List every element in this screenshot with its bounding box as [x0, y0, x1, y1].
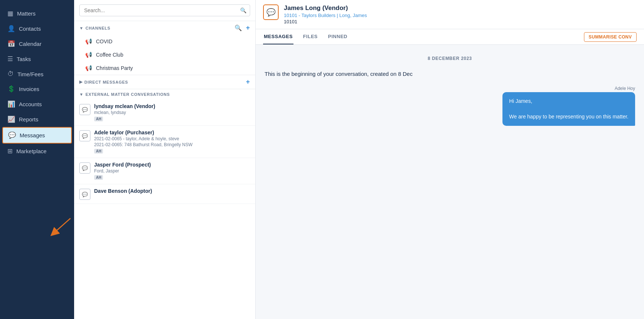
conversation-item[interactable]: 💬Adele taylor (Purchaser)2021-02-0065 - …: [74, 126, 255, 158]
sidebar-label-time-fees: Time/Fees: [17, 71, 43, 77]
messages-icon: 💬: [8, 131, 16, 139]
chevron-right-icon: ▶: [79, 80, 83, 84]
direct-messages-label: DIRECT MESSAGES: [84, 80, 128, 84]
sidebar-label-tasks: Tasks: [17, 56, 31, 62]
conversation-icon: 💬: [79, 104, 90, 115]
sidebar-item-tasks[interactable]: ☰Tasks: [0, 51, 74, 67]
dm-actions: +: [246, 78, 250, 86]
chat-line1: Hi James,: [509, 97, 628, 105]
sidebar-label-contacts: Contacts: [19, 26, 41, 32]
chat-bubble-wrapper: Adele Hoy Hi James, We are happy to be r…: [265, 86, 635, 126]
conversation-name: Jasper Ford (Prospect): [94, 162, 250, 168]
channel-name: Coffee Club: [96, 52, 123, 58]
search-bar: 🔍: [74, 0, 255, 21]
channels-label: CHANNELS: [86, 26, 110, 30]
chat-line2: We are happy to be representing you on t…: [509, 113, 628, 121]
sidebar-label-invoices: Invoices: [19, 86, 39, 92]
conversation-icon: 💬: [79, 130, 90, 141]
date-divider: 8 DECEMBER 2023: [265, 56, 635, 61]
conversation-item[interactable]: 💬lyndsay mclean (Vendor)mclean, lyndsayA…: [74, 100, 255, 126]
direct-messages-header[interactable]: ▶ DIRECT MESSAGES +: [74, 75, 255, 89]
message-header: 💬 James Long (Vendor) 10101 - Taylors Bu…: [256, 0, 644, 29]
right-panel: 💬 James Long (Vendor) 10101 - Taylors Bu…: [256, 0, 644, 319]
add-channel-icon[interactable]: +: [246, 24, 250, 32]
add-dm-icon[interactable]: +: [246, 78, 250, 86]
conversation-badge: AH: [94, 175, 103, 180]
message-area: 8 DECEMBER 2023 This is the beginning of…: [256, 45, 644, 319]
tab-files[interactable]: FILES: [302, 29, 318, 44]
accounts-icon: 📊: [7, 100, 15, 108]
channel-icon: 📢: [85, 38, 92, 45]
search-input[interactable]: [79, 4, 250, 16]
tab-pinned[interactable]: PINNED: [327, 29, 348, 44]
contacts-icon: 👤: [7, 25, 15, 33]
sidebar-label-matters: Matters: [17, 10, 36, 17]
time-fees-icon: ⏱: [7, 70, 14, 78]
sidebar-item-time-fees[interactable]: ⏱Time/Fees: [0, 67, 74, 81]
tab-messages[interactable]: MESSAGES: [263, 29, 293, 44]
conversation-name: Adele taylor (Purchaser): [94, 130, 250, 135]
sidebar-item-contacts[interactable]: 👤Contacts: [0, 21, 74, 36]
search-wrapper: 🔍: [79, 4, 250, 16]
sidebar-item-calendar[interactable]: 📅Calendar: [0, 36, 74, 51]
external-matter-header[interactable]: ▼ EXTERNAL MATTER CONVERSATIONS: [74, 89, 255, 100]
channels-section-header[interactable]: ▼ CHANNELS 🔍 +: [74, 21, 255, 35]
marketplace-icon: ⊞: [7, 147, 13, 155]
vendor-name: James Long (Vendor): [284, 4, 637, 12]
conversation-sub: Ford, Jasper: [94, 168, 250, 174]
conversation-icon: 💬: [79, 162, 90, 174]
channel-icon: 📢: [85, 51, 92, 58]
sidebar-label-marketplace: Marketplace: [16, 148, 47, 154]
channel-icon: 📢: [85, 65, 92, 71]
conversation-item[interactable]: 💬Jasper Ford (Prospect)Ford, JasperAH: [74, 158, 255, 184]
conversations-list: 💬lyndsay mclean (Vendor)mclean, lyndsayA…: [74, 100, 255, 319]
conversation-sub: mclean, lyndsay: [94, 110, 250, 115]
header-info: James Long (Vendor) 10101 - Taylors Buil…: [284, 4, 637, 24]
search-channels-icon[interactable]: 🔍: [235, 24, 242, 31]
chat-sender: Adele Hoy: [615, 86, 635, 91]
channels-list: 📢COVID📢Coffee Club📢Christmas Party: [74, 35, 255, 75]
conversation-badge: AH: [94, 117, 103, 121]
channel-item-christmas-party[interactable]: 📢Christmas Party: [74, 61, 255, 75]
conversation-name: Dave Benson (Adoptor): [94, 188, 250, 194]
ext-header-left: ▼ EXTERNAL MATTER CONVERSATIONS: [79, 92, 170, 97]
matters-icon: ▦: [7, 10, 13, 17]
conversation-badge: AH: [94, 149, 103, 154]
conversation-sub2: 2021-02-0065: 748 Bathurst Road, Bringel…: [94, 142, 250, 147]
sidebar-item-invoices[interactable]: 💲Invoices: [0, 81, 74, 97]
sidebar-label-reports: Reports: [19, 116, 39, 122]
channel-item-coffee-club[interactable]: 📢Coffee Club: [74, 48, 255, 61]
conversation-start-text: This is the beginning of your conversati…: [265, 71, 635, 77]
summarise-button[interactable]: SUMMARISE CONV: [584, 32, 637, 42]
sidebar-label-accounts: Accounts: [19, 101, 42, 107]
sidebar-item-accounts[interactable]: 📊Accounts: [0, 97, 74, 112]
channel-item-covid[interactable]: 📢COVID: [74, 35, 255, 48]
chevron-down-icon-ext: ▼: [79, 92, 84, 97]
sidebar-label-messages: Messages: [20, 132, 45, 138]
calendar-icon: 📅: [7, 40, 15, 48]
sidebar-label-calendar: Calendar: [19, 41, 42, 47]
sidebar-item-matters[interactable]: ▦Matters: [0, 6, 74, 21]
tab-actions: SUMMARISE CONV: [584, 32, 637, 42]
reports-icon: 📈: [7, 115, 15, 123]
conversation-sub: 2021-02-0065 - taylor, Adele & hoyle, st…: [94, 136, 250, 141]
tasks-icon: ☰: [7, 55, 13, 63]
chat-bubble: Hi James, We are happy to be representin…: [502, 92, 635, 126]
invoices-icon: 💲: [7, 85, 15, 93]
channel-name: COVID: [96, 38, 112, 44]
sidebar: ▦Matters👤Contacts📅Calendar☰Tasks⏱Time/Fe…: [0, 0, 74, 319]
channel-name: Christmas Party: [96, 65, 133, 71]
sidebar-item-marketplace[interactable]: ⊞Marketplace: [0, 144, 74, 159]
conversation-icon: 💬: [79, 189, 90, 200]
external-matter-label: EXTERNAL MATTER CONVERSATIONS: [86, 92, 170, 97]
conversation-name: lyndsay mclean (Vendor): [94, 103, 250, 109]
conversation-item[interactable]: 💬Dave Benson (Adoptor): [74, 184, 255, 204]
channels-actions: 🔍 +: [235, 24, 250, 32]
channels-header-left: ▼ CHANNELS: [79, 26, 110, 30]
sidebar-item-reports[interactable]: 📈Reports: [0, 112, 74, 127]
middle-panel: 🔍 ▼ CHANNELS 🔍 + 📢COVID📢Coffee Club📢Chri…: [74, 0, 256, 319]
matter-link[interactable]: 10101 - Taylors Builders | Long, James: [284, 13, 637, 18]
matter-id: 10101: [284, 19, 637, 24]
dm-header-left: ▶ DIRECT MESSAGES: [79, 80, 128, 84]
sidebar-item-messages[interactable]: 💬Messages: [2, 127, 72, 144]
